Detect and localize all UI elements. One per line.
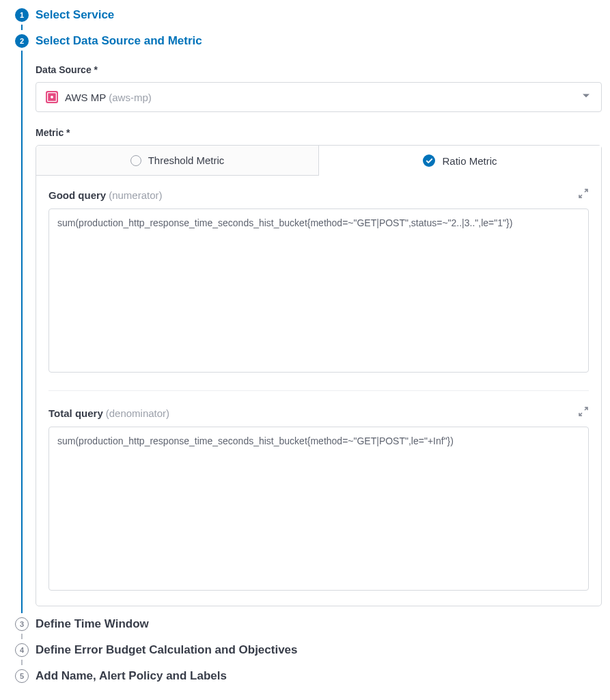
metric-label: Metric * [36,127,602,138]
good-query-sub: (numerator) [109,189,162,201]
divider [48,390,589,391]
step-title-add-name[interactable]: Add Name, Alert Policy and Labels [36,668,602,684]
step-define-time-window: 3 Define Time Window [8,616,602,642]
total-query-label: Total query [48,407,103,419]
step-marker-4[interactable]: 4 [15,643,29,657]
step-number: 3 [20,621,24,628]
expand-icon[interactable] [578,188,589,202]
step-number: 2 [20,38,24,45]
step-add-name: 5 Add Name, Alert Policy and Labels [8,668,602,684]
step-number: 5 [20,673,24,680]
good-query-header: Good query (numerator) [48,188,589,202]
step-connector [21,660,23,665]
chevron-down-icon [581,90,592,104]
metric-tabs-header: Threshold Metric Ratio Metric [36,146,601,176]
good-query-input[interactable] [48,208,589,373]
step-connector [21,25,23,30]
stepper: 1 Select Service 2 Select Data Source an… [8,7,602,684]
radio-unchecked-icon [130,155,141,166]
expand-icon[interactable] [578,406,589,420]
step-connector [21,51,23,613]
good-query-label: Good query [48,189,106,201]
metric-tabs-container: Threshold Metric Ratio Metric Good query… [36,145,602,606]
step-marker-1[interactable]: 1 [15,8,29,22]
tab-threshold-label: Threshold Metric [148,154,225,166]
step-title-define-error-budget[interactable]: Define Error Budget Calculation and Obje… [36,642,602,658]
step-number: 1 [20,12,24,19]
total-query-header: Total query (denominator) [48,406,589,420]
total-query-sub: (denominator) [106,407,169,419]
step-select-service: 1 Select Service [8,7,602,33]
step-title-define-time-window[interactable]: Define Time Window [36,616,602,632]
data-source-select[interactable]: AWS MP (aws-mp) [36,82,602,112]
data-source-label: Data Source * [36,64,602,75]
tab-threshold-metric[interactable]: Threshold Metric [36,146,319,176]
step-define-error-budget: 4 Define Error Budget Calculation and Ob… [8,642,602,668]
data-source-selected-sub: (aws-mp) [109,92,152,103]
data-source-selected-name: AWS MP [65,92,106,103]
step-connector [21,634,23,639]
datasource-provider-icon [46,91,58,103]
step-number: 4 [20,647,24,654]
radio-checked-icon [423,154,435,167]
step-marker-2[interactable]: 2 [15,34,29,48]
svg-point-1 [51,96,53,98]
step-title-select-service[interactable]: Select Service [36,7,602,23]
tab-ratio-metric[interactable]: Ratio Metric [319,146,601,176]
step-select-data-source: 2 Select Data Source and Metric Data Sou… [8,33,602,616]
total-query-input[interactable] [48,427,589,591]
step-marker-3[interactable]: 3 [15,617,29,631]
tab-ratio-label: Ratio Metric [442,155,497,167]
step-title-select-data-source[interactable]: Select Data Source and Metric [36,33,602,49]
step-marker-5[interactable]: 5 [15,669,29,683]
metric-body: Good query (numerator) Total query (deno… [36,176,601,606]
